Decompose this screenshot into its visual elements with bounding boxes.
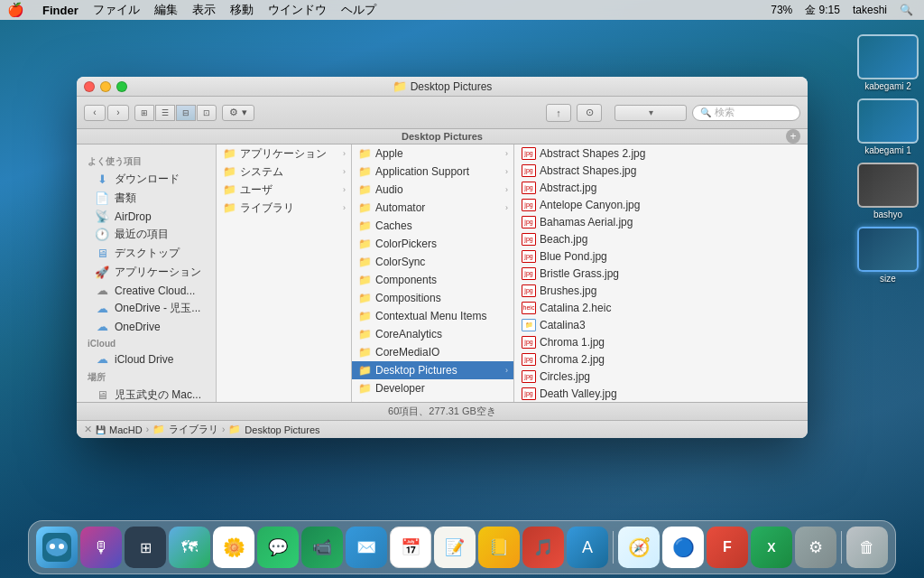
dock-maps[interactable]: 🗺 — [169, 527, 210, 568]
sidebar-item-icloud-drive[interactable]: ☁ iCloud Drive — [80, 350, 212, 368]
menubar-search-icon[interactable]: 🔍 — [896, 4, 917, 16]
file-beach[interactable]: jpg Beach.jpg — [514, 230, 808, 247]
right-dock-item-kabegami2[interactable]: kabegami 2 — [855, 34, 920, 91]
dock-filezilla[interactable]: F — [707, 527, 748, 568]
col2-desktop-pictures[interactable]: 📁 Desktop Pictures › — [352, 361, 513, 379]
right-dock-item-kabegami1[interactable]: kabegami 1 — [855, 98, 920, 155]
app-name[interactable]: Finder — [35, 4, 86, 17]
arrange-btn[interactable]: ⚙ ▾ — [222, 105, 254, 121]
sidebar-item-creative-cloud[interactable]: ☁ Creative Cloud... — [80, 282, 212, 299]
file-icon: jpg — [522, 164, 536, 177]
file-chroma1[interactable]: jpg Chroma 1.jpg — [514, 333, 808, 350]
toolbar-nav: ‹ › — [84, 105, 129, 121]
path-machd[interactable]: MacHD — [109, 424, 143, 435]
sidebar-item-airdrop[interactable]: 📡 AirDrop — [80, 208, 212, 225]
dock-photos[interactable]: 🌼 — [213, 527, 254, 568]
menu-help[interactable]: ヘルプ — [334, 2, 383, 18]
col2-colorsync[interactable]: 📁 ColorSync — [352, 253, 513, 271]
menu-move[interactable]: 移動 — [223, 2, 261, 18]
dock-notes[interactable]: 📒 — [478, 527, 520, 568]
col2-appsupport[interactable]: 📁 Application Support › — [352, 163, 513, 181]
back-button[interactable]: ‹ — [84, 105, 106, 121]
share-btn[interactable]: ↑ — [546, 104, 571, 122]
path-btn[interactable]: ▾ — [614, 105, 687, 121]
file-bristle-grass[interactable]: jpg Bristle Grass.jpg — [514, 265, 808, 282]
maximize-button[interactable] — [116, 81, 127, 92]
minimize-button[interactable] — [100, 81, 111, 92]
col2-compositions[interactable]: 📁 Compositions — [352, 289, 513, 307]
menubar-user[interactable]: takeshi — [849, 4, 891, 16]
dock-siri[interactable]: 🎙 — [80, 527, 122, 568]
menu-edit[interactable]: 編集 — [147, 2, 185, 18]
col2-developer[interactable]: 📁 Developer — [352, 379, 513, 397]
dock-trash[interactable]: 🗑 — [846, 527, 888, 568]
dock-reminders[interactable]: 📝 — [434, 527, 476, 568]
dock-mail[interactable]: ✉️ — [346, 527, 387, 568]
path-close-icon[interactable]: ✕ — [84, 424, 92, 435]
dock-settings[interactable]: ⚙ — [795, 527, 836, 568]
file-chroma2[interactable]: jpg Chroma 2.jpg — [514, 350, 808, 368]
dock-chrome[interactable]: 🔵 — [662, 527, 704, 568]
col2-contextual[interactable]: 📁 Contextual Menu Items — [352, 307, 513, 325]
col2-colorpickers[interactable]: 📁 ColorPickers — [352, 235, 513, 253]
sidebar-item-mac[interactable]: 🖥 児玉武史の Mac... — [80, 386, 212, 402]
file-antelope[interactable]: jpg Antelope Canyon.jpg — [514, 196, 808, 213]
col1-system[interactable]: 📁 システム › — [217, 163, 351, 181]
col1-users[interactable]: 📁 ユーザ › — [217, 181, 351, 199]
close-button[interactable] — [84, 81, 95, 92]
file-catalina2[interactable]: heic Catalina 2.heic — [514, 299, 808, 316]
col1-library[interactable]: 📁 ライブラリ › — [217, 199, 351, 217]
col1-applications[interactable]: 📁 アプリケーション › — [217, 144, 351, 163]
file-abstract[interactable]: jpg Abstract.jpg — [514, 179, 808, 196]
dock-facetime[interactable]: 📹 — [301, 527, 343, 568]
view-gallery-btn[interactable]: ⊡ — [197, 105, 217, 121]
dock-appstore[interactable]: A — [567, 527, 608, 568]
file-death-valley[interactable]: jpg Death Valley.jpg — [514, 385, 808, 402]
right-dock-item-bashyo[interactable]: bashyo — [855, 163, 920, 219]
sidebar-item-applications[interactable]: 🚀 アプリケーション — [80, 263, 212, 282]
menu-view[interactable]: 表示 — [185, 2, 223, 18]
sidebar-item-onedrive[interactable]: ☁ OneDrive — [80, 318, 212, 335]
file-circles[interactable]: jpg Circles.jpg — [514, 368, 808, 385]
view-list-btn[interactable]: ☰ — [155, 105, 175, 121]
dock-finder[interactable] — [36, 527, 78, 568]
file-abstract-shapes-2[interactable]: jpg Abstract Shapes 2.jpg — [514, 144, 808, 162]
path-library[interactable]: ライブラリ — [169, 423, 218, 436]
sidebar-item-documents[interactable]: 📄 書類 — [80, 189, 212, 208]
view-column-btn[interactable]: ⊟ — [176, 105, 196, 121]
file-blue-pond[interactable]: jpg Blue Pond.jpg — [514, 247, 808, 265]
apple-menu-icon[interactable]: 🍎 — [7, 2, 24, 18]
file-bahamas[interactable]: jpg Bahamas Aerial.jpg — [514, 213, 808, 230]
add-folder-btn[interactable]: + — [786, 129, 800, 144]
col2-contextual-label: Contextual Menu Items — [375, 310, 486, 322]
dock-mission-control[interactable]: ⊞ — [125, 527, 166, 568]
col2-automator[interactable]: 📁 Automator › — [352, 199, 513, 217]
sidebar-item-recents[interactable]: 🕐 最近の項目 — [80, 225, 212, 244]
menu-window[interactable]: ウインドウ — [261, 2, 334, 18]
col2-coreanalytics[interactable]: 📁 CoreAnalytics — [352, 325, 513, 343]
sidebar-item-onedrive-kodama[interactable]: ☁ OneDrive - 児玉... — [80, 299, 212, 318]
forward-button[interactable]: › — [107, 105, 129, 121]
menu-file[interactable]: ファイル — [86, 2, 147, 18]
file-abstract-shapes[interactable]: jpg Abstract Shapes.jpg — [514, 162, 808, 179]
dock-calendar[interactable]: 📅 — [390, 527, 431, 568]
view-icon-btn[interactable]: ⊞ — [134, 105, 154, 121]
sidebar-item-desktop[interactable]: 🖥 デスクトップ — [80, 244, 212, 263]
col2-components[interactable]: 📁 Components — [352, 271, 513, 289]
sidebar-item-download[interactable]: ⬇ ダウンロード — [80, 170, 212, 189]
col2-audio[interactable]: 📁 Audio › — [352, 181, 513, 199]
col2-caches[interactable]: 📁 Caches — [352, 217, 513, 235]
col2-apple[interactable]: 📁 Apple › — [352, 144, 513, 163]
col2-coremediaio[interactable]: 📁 CoreMediaIO — [352, 343, 513, 361]
dock-music[interactable]: 🎵 — [522, 527, 564, 568]
dock-safari[interactable]: 🧭 — [618, 527, 660, 568]
file-brushes[interactable]: jpg Brushes.jpg — [514, 282, 808, 299]
search-box[interactable]: 🔍 検索 — [692, 105, 800, 121]
edit-tags-btn[interactable]: ⊙ — [577, 104, 602, 122]
right-dock-item-size[interactable]: size — [855, 227, 920, 284]
dock-excel[interactable]: X — [751, 527, 792, 568]
file-catalina3[interactable]: 📁 Catalina3 — [514, 316, 808, 333]
dock-messages[interactable]: 💬 — [257, 527, 299, 568]
col1-users-icon: 📁 — [222, 183, 236, 196]
path-desktop-pictures[interactable]: Desktop Pictures — [245, 424, 319, 435]
